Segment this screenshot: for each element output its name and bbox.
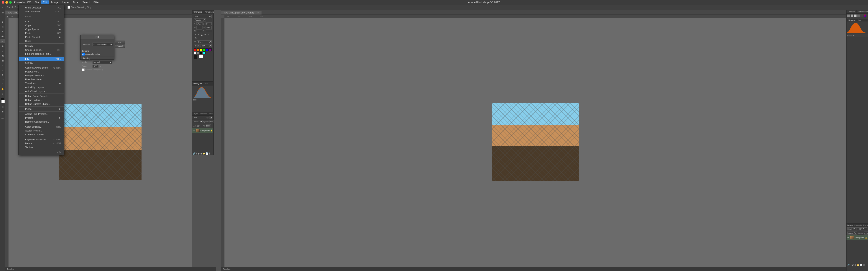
language-select[interactable]: English: USA (194, 44, 212, 47)
s2-layer-item-background[interactable]: 👁 Background 🔒 (846, 235, 868, 240)
s2-mask-btn[interactable]: ◐ (852, 264, 854, 266)
s2-link-btn[interactable]: 🔗 (847, 264, 850, 266)
background-color[interactable] (1, 100, 5, 103)
menu-item-start-dictation[interactable]: fn fn (19, 150, 64, 154)
menu-item-assign-profile[interactable]: Assign Profile... (19, 129, 64, 133)
s2-filter-type[interactable]: Kind (847, 227, 856, 230)
s2-info-tab[interactable]: Info (857, 19, 862, 22)
tool-mode-quick-mask[interactable]: ◑ (0, 105, 5, 109)
color-swatch-black[interactable] (200, 52, 203, 54)
menu-edit[interactable]: Edit (41, 0, 49, 4)
tool-crop[interactable]: ⊡ (0, 25, 5, 29)
menu-item-define-custom-shape[interactable]: Define Custom Shape... (19, 102, 64, 106)
menu-item-auto-blend[interactable]: Auto-Blend Layers... (19, 89, 64, 93)
style-swatch-3[interactable] (854, 14, 857, 18)
lock-position-btn[interactable]: ✚ (201, 125, 203, 127)
background-swatch[interactable] (199, 55, 203, 58)
menu-item-color-settings[interactable]: Color Settings... ⇧⌘K (19, 125, 64, 129)
fill-contents-select[interactable]: Content-Aware Foreground Color Backgroun… (92, 42, 113, 46)
color-swatch-red[interactable] (194, 48, 196, 51)
s2-adjustments-tab[interactable]: Adjustments (857, 10, 868, 13)
s2-paths-tab[interactable]: Paths (863, 224, 868, 227)
close-button[interactable] (2, 1, 4, 4)
s2-layer-eye[interactable]: 👁 (847, 237, 849, 239)
menu-item-cut[interactable]: Cut ⌘X (19, 20, 64, 24)
tool-eraser[interactable]: ▣ (0, 54, 5, 58)
s2-channels-tab[interactable]: Channels (854, 224, 863, 227)
style-swatch-1[interactable] (847, 14, 850, 18)
color-swatch-purple[interactable] (209, 48, 212, 51)
leading-input[interactable] (206, 22, 212, 25)
strikethrough-btn[interactable]: S (204, 33, 207, 36)
layers-filter-type[interactable]: Kind (193, 116, 210, 119)
s2-libraries-tab[interactable]: Libraries (846, 10, 857, 13)
fill-cancel-button[interactable]: Cancel (115, 44, 125, 48)
menu-item-free-transform[interactable]: Free Transform (19, 77, 64, 81)
tool-path-select[interactable]: ▷ (0, 77, 5, 81)
tool-brush[interactable]: ✏ (0, 39, 5, 43)
add-style-btn[interactable]: ƒ (196, 152, 197, 155)
style-swatch-6[interactable] (863, 14, 866, 18)
menu-item-search[interactable]: Search (19, 44, 64, 48)
underline-btn[interactable]: U (200, 33, 204, 36)
s2-folder-btn[interactable]: 📁 (857, 264, 860, 266)
layers-tab[interactable]: Layers (192, 112, 199, 115)
menu-item-copy[interactable]: Copy ⌘C (19, 24, 64, 27)
tool-healing[interactable]: ✚ (0, 34, 5, 39)
tool-text[interactable]: T (0, 72, 5, 77)
s2-new-layer-btn[interactable]: 📄 (860, 264, 863, 266)
all-caps-btn[interactable]: TT (207, 33, 211, 36)
color-swatch-orange[interactable] (197, 48, 199, 51)
more-tools[interactable]: ••• (0, 116, 5, 120)
menu-item-puppet-warp[interactable]: Puppet Warp (19, 70, 64, 73)
color-swatch-cyan[interactable] (203, 52, 206, 54)
foreground-swatch[interactable] (194, 55, 198, 59)
maximize-button[interactable] (9, 1, 12, 4)
menu-item-content-aware-scale[interactable]: Content-Aware Scale ⌥⇧⌘C (19, 66, 64, 70)
paths-tab[interactable]: Paths (208, 112, 214, 115)
tool-screen-mode[interactable]: ⊞ (0, 109, 5, 114)
menu-item-find-replace[interactable]: Find and Replace Text... (19, 52, 64, 56)
tool-pen[interactable]: ⌅ (0, 68, 5, 72)
menu-image[interactable]: Image (50, 0, 60, 4)
color-swatch-white[interactable] (194, 52, 196, 54)
tool-zoom[interactable]: ⌕ (0, 92, 5, 96)
menu-item-paste[interactable]: Paste ⌘V (19, 31, 64, 35)
s2-adj-btn[interactable]: ◑ (855, 264, 857, 266)
folder-btn[interactable]: 📁 (203, 152, 205, 155)
menu-item-undo[interactable]: Undo Deselect ⌘Z (19, 6, 64, 9)
menu-photoshop[interactable]: Photoshop CC (12, 0, 33, 4)
menu-item-menus[interactable]: Menus... ⌥⇧⌘M (19, 141, 64, 145)
v-scale-input[interactable] (196, 29, 202, 32)
tool-gradient[interactable]: ▦ (0, 58, 5, 63)
add-mask-btn[interactable]: ◐ (198, 152, 200, 155)
menu-item-purge[interactable]: Purge ▶ (19, 107, 64, 111)
layers-filter-btn[interactable]: ▼ (210, 116, 213, 119)
style-swatch-2[interactable] (850, 14, 854, 18)
color-swatch-gray[interactable] (197, 52, 199, 54)
blend-mode-select[interactable]: Normal (193, 120, 203, 123)
kerning-input[interactable] (196, 26, 203, 29)
menu-item-stroke[interactable]: Stroke... (19, 61, 64, 65)
tool-shape[interactable]: □ (0, 82, 5, 87)
fill-color-adaptation-checkbox[interactable] (82, 53, 85, 56)
channels-tab[interactable]: Channels (199, 112, 208, 115)
s2-delete-btn[interactable]: 🗑 (863, 264, 865, 266)
s2-layers-tab[interactable]: Layers (846, 224, 854, 227)
s2-hist-tab[interactable]: Histogram (847, 19, 857, 22)
lock-image-btn[interactable]: ✏ (199, 125, 201, 127)
tool-move[interactable]: ↖ (0, 6, 5, 10)
color-swatch-blue[interactable] (206, 48, 209, 51)
menu-item-remote-connections[interactable]: Remote Connections... (19, 120, 64, 124)
color-swatch-yellow[interactable] (200, 48, 203, 51)
fill-ok-button[interactable]: OK (115, 41, 125, 44)
tool-marquee[interactable]: ▭ (0, 10, 5, 15)
layer-item-background[interactable]: 👁 Background 🔒 (192, 128, 213, 133)
style-swatch-5[interactable] (860, 14, 863, 18)
menu-item-keyboard-shortcuts[interactable]: Keyboard Shortcuts... ⌥⇧⌘K (19, 138, 64, 141)
s2-blend-select[interactable]: Normal (847, 232, 857, 235)
menu-item-auto-align[interactable]: Auto-Align Layers... (19, 85, 64, 89)
char-tab-paragraph[interactable]: Paragraph (204, 10, 215, 14)
menu-item-pdf-presets[interactable]: Adobe PDF Presets... (19, 112, 64, 116)
tracking-input[interactable] (206, 26, 212, 29)
